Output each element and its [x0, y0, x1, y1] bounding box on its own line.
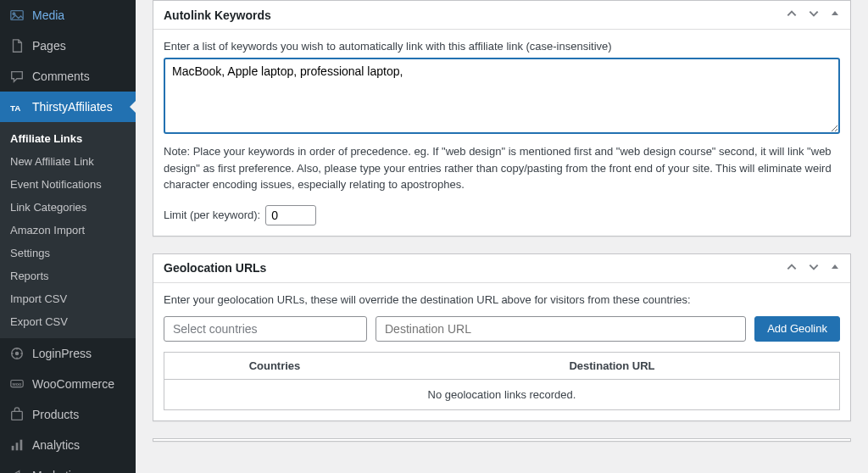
geo-input-row: Select countries Add Geolink: [164, 316, 840, 342]
destination-url-input[interactable]: [376, 316, 746, 342]
comment-icon: [8, 68, 25, 85]
ta-icon: TA: [8, 98, 25, 115]
metabox-controls: [786, 261, 840, 275]
svg-text:woo: woo: [12, 381, 22, 387]
autolink-description: Enter a list of keywords you wish to aut…: [164, 40, 840, 53]
metabox-header: Autolink Keywords: [153, 1, 850, 30]
page-icon: [8, 37, 25, 54]
autolink-keywords-metabox: Autolink Keywords Enter a list of keywor…: [153, 0, 851, 236]
woocommerce-icon: woo: [8, 376, 25, 392]
geo-description: Enter your geolocation URLs, these will …: [164, 293, 840, 306]
submenu-event-notifications[interactable]: Event Notifications: [0, 173, 136, 196]
analytics-icon: [8, 437, 25, 454]
svg-rect-9: [16, 442, 19, 450]
svg-rect-7: [12, 411, 23, 420]
sidebar-item-thirstyaffiliates[interactable]: TA ThirstyAffiliates: [0, 92, 136, 122]
sidebar-item-label: Comments: [32, 70, 90, 83]
sidebar-item-label: Analytics: [32, 438, 80, 452]
thirstyaffiliates-submenu: Affiliate Links New Affiliate Link Event…: [0, 122, 136, 338]
sidebar-item-media[interactable]: Media: [0, 0, 136, 31]
metabox-body: Enter your geolocation URLs, these will …: [153, 283, 850, 420]
sidebar-item-woocommerce[interactable]: woo WooCommerce: [0, 369, 136, 399]
svg-rect-10: [20, 440, 23, 451]
keywords-textarea[interactable]: [164, 58, 840, 134]
sidebar-item-label: Products: [32, 408, 79, 421]
move-down-icon[interactable]: [808, 8, 820, 22]
sidebar-item-label: ThirstyAffiliates: [32, 100, 113, 114]
submenu-affiliate-links[interactable]: Affiliate Links: [0, 127, 136, 150]
sidebar-item-pages[interactable]: Pages: [0, 31, 136, 61]
column-countries: Countries: [164, 353, 385, 379]
sidebar-item-products[interactable]: Products: [0, 399, 136, 430]
sidebar-item-label: Pages: [32, 39, 66, 53]
sidebar-item-label: Marketing: [32, 469, 84, 473]
submenu-export-csv[interactable]: Export CSV: [0, 310, 136, 333]
metabox-body: Enter a list of keywords you wish to aut…: [153, 30, 850, 236]
sidebar-item-label: WooCommerce: [32, 377, 114, 391]
next-metabox-stub: [153, 438, 851, 442]
svg-rect-8: [12, 446, 14, 450]
loginpress-icon: [8, 345, 25, 362]
metabox-controls: [786, 8, 840, 22]
toggle-collapse-icon[interactable]: [830, 262, 840, 275]
admin-sidebar: Media Pages Comments TA ThirstyAffiliate…: [0, 0, 136, 473]
table-header-row: Countries Destination URL: [164, 353, 839, 380]
column-destination-url: Destination URL: [385, 353, 839, 379]
metabox-title: Autolink Keywords: [164, 8, 271, 22]
submenu-new-affiliate-link[interactable]: New Affiliate Link: [0, 150, 136, 173]
geolinks-table: Countries Destination URL No geolocation…: [164, 352, 840, 410]
submenu-import-csv[interactable]: Import CSV: [0, 287, 136, 310]
move-up-icon[interactable]: [786, 261, 798, 275]
svg-point-4: [15, 352, 19, 356]
move-up-icon[interactable]: [786, 8, 798, 22]
select-countries-input[interactable]: Select countries: [164, 316, 367, 342]
limit-row: Limit (per keyword):: [164, 205, 840, 225]
media-icon: [8, 7, 25, 24]
toggle-collapse-icon[interactable]: [830, 8, 840, 21]
autolink-note: Note: Place your keywords in order of pr…: [164, 143, 840, 193]
sidebar-item-label: LoginPress: [32, 347, 92, 360]
geolocation-urls-metabox: Geolocation URLs Enter your geolocation …: [153, 253, 851, 421]
add-geolink-button[interactable]: Add Geolink: [754, 316, 840, 342]
metabox-title: Geolocation URLs: [164, 261, 266, 275]
submenu-reports[interactable]: Reports: [0, 264, 136, 287]
sidebar-item-analytics[interactable]: Analytics: [0, 430, 136, 460]
main-content: Autolink Keywords Enter a list of keywor…: [136, 0, 868, 473]
sidebar-item-label: Media: [32, 8, 64, 22]
products-icon: [8, 406, 25, 423]
submenu-link-categories[interactable]: Link Categories: [0, 196, 136, 219]
sidebar-item-marketing[interactable]: Marketing: [0, 460, 136, 473]
submenu-settings[interactable]: Settings: [0, 242, 136, 264]
metabox-header: Geolocation URLs: [153, 254, 850, 283]
sidebar-item-loginpress[interactable]: LoginPress: [0, 338, 136, 369]
limit-label: Limit (per keyword):: [164, 209, 260, 221]
marketing-icon: [8, 467, 25, 473]
limit-input[interactable]: [265, 205, 316, 225]
sidebar-item-comments[interactable]: Comments: [0, 61, 136, 92]
submenu-amazon-import[interactable]: Amazon Import: [0, 219, 136, 242]
move-down-icon[interactable]: [808, 261, 820, 275]
table-empty-message: No geolocation links recorded.: [164, 380, 839, 409]
svg-text:TA: TA: [10, 103, 20, 113]
